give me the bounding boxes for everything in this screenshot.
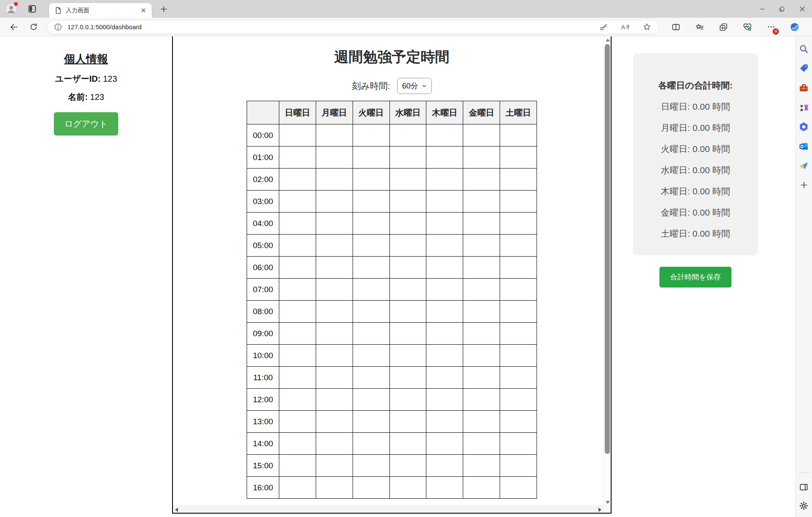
schedule-cell[interactable] (353, 257, 389, 279)
vertical-scrollbar[interactable] (603, 36, 611, 506)
copilot-icon[interactable] (790, 22, 800, 32)
read-aloud-icon[interactable]: A (620, 22, 630, 32)
horizontal-scrollbar[interactable] (173, 506, 603, 513)
schedule-cell[interactable] (463, 323, 500, 345)
collections-icon[interactable] (718, 22, 729, 32)
games-icon[interactable] (798, 102, 809, 113)
schedule-cell[interactable] (353, 124, 389, 147)
schedule-cell[interactable] (426, 323, 463, 345)
schedule-cell[interactable] (389, 389, 426, 411)
schedule-cell[interactable] (279, 411, 316, 433)
scroll-right-arrow-icon[interactable] (598, 508, 601, 512)
schedule-cell[interactable] (426, 213, 463, 235)
site-info-icon[interactable] (54, 23, 62, 31)
schedule-cell[interactable] (316, 147, 353, 169)
schedule-cell[interactable] (316, 411, 353, 433)
schedule-cell[interactable] (426, 345, 463, 367)
profile-avatar[interactable] (6, 3, 17, 15)
schedule-cell[interactable] (389, 455, 426, 477)
minimize-button[interactable] (752, 0, 772, 18)
schedule-cell[interactable] (279, 345, 316, 367)
schedule-cell[interactable] (463, 147, 500, 169)
schedule-cell[interactable] (316, 389, 353, 411)
schedule-cell[interactable] (389, 323, 426, 345)
drop-icon[interactable] (798, 160, 809, 171)
sidebar-toggle-icon[interactable] (798, 481, 809, 492)
schedule-cell[interactable] (463, 213, 500, 235)
schedule-cell[interactable] (426, 257, 463, 279)
schedule-cell[interactable] (316, 455, 353, 477)
schedule-cell[interactable] (279, 147, 316, 169)
schedule-cell[interactable] (463, 477, 500, 499)
schedule-cell[interactable] (353, 213, 389, 235)
schedule-cell[interactable] (389, 433, 426, 455)
schedule-cell[interactable] (353, 477, 389, 499)
schedule-cell[interactable] (279, 455, 316, 477)
schedule-cell[interactable] (353, 323, 389, 345)
schedule-cell[interactable] (353, 301, 389, 323)
schedule-cell[interactable] (463, 279, 500, 301)
schedule-cell[interactable] (353, 279, 389, 301)
schedule-cell[interactable] (426, 191, 463, 213)
schedule-cell[interactable] (279, 169, 316, 191)
toolbox-icon[interactable] (798, 82, 809, 93)
schedule-cell[interactable] (316, 257, 353, 279)
schedule-cell[interactable] (389, 367, 426, 389)
schedule-cell[interactable] (500, 257, 537, 279)
favorite-star-icon[interactable] (642, 22, 652, 32)
schedule-cell[interactable] (426, 433, 463, 455)
schedule-cell[interactable] (463, 124, 500, 147)
outlook-icon[interactable] (798, 141, 809, 152)
schedule-cell[interactable] (389, 345, 426, 367)
schedule-cell[interactable] (389, 279, 426, 301)
schedule-cell[interactable] (500, 301, 537, 323)
schedule-cell[interactable] (463, 235, 500, 257)
schedule-cell[interactable] (426, 301, 463, 323)
browser-essentials-icon[interactable] (742, 22, 752, 32)
schedule-cell[interactable] (353, 389, 389, 411)
schedule-cell[interactable] (279, 389, 316, 411)
schedule-cell[interactable] (500, 147, 537, 169)
schedule-cell[interactable] (426, 147, 463, 169)
back-button[interactable] (7, 20, 21, 34)
schedule-cell[interactable] (279, 323, 316, 345)
schedule-cell[interactable] (316, 301, 353, 323)
schedule-cell[interactable] (500, 455, 537, 477)
schedule-cell[interactable] (500, 169, 537, 191)
schedule-cell[interactable] (426, 389, 463, 411)
schedule-cell[interactable] (389, 411, 426, 433)
schedule-cell[interactable] (389, 169, 426, 191)
schedule-cell[interactable] (389, 147, 426, 169)
schedule-cell[interactable] (353, 191, 389, 213)
schedule-cell[interactable] (500, 323, 537, 345)
schedule-cell[interactable] (500, 279, 537, 301)
schedule-cell[interactable] (500, 345, 537, 367)
password-key-icon[interactable] (598, 22, 609, 32)
schedule-cell[interactable] (353, 169, 389, 191)
schedule-cell[interactable] (426, 169, 463, 191)
save-totals-button[interactable]: 合計時間を保存 (659, 267, 731, 288)
scroll-down-arrow-icon[interactable] (606, 501, 610, 504)
favorites-hub-icon[interactable] (695, 22, 705, 32)
schedule-cell[interactable] (389, 477, 426, 499)
schedule-cell[interactable] (316, 124, 353, 147)
schedule-cell[interactable] (316, 191, 353, 213)
schedule-cell[interactable] (426, 455, 463, 477)
scroll-left-arrow-icon[interactable] (175, 508, 178, 512)
schedule-cell[interactable] (316, 345, 353, 367)
schedule-cell[interactable] (316, 279, 353, 301)
schedule-cell[interactable] (279, 433, 316, 455)
schedule-cell[interactable] (279, 191, 316, 213)
schedule-cell[interactable] (500, 213, 537, 235)
schedule-cell[interactable] (316, 323, 353, 345)
schedule-cell[interactable] (500, 124, 537, 147)
schedule-cell[interactable] (463, 411, 500, 433)
restore-button[interactable] (772, 0, 792, 18)
shopping-tag-icon[interactable] (798, 63, 809, 74)
schedule-cell[interactable] (426, 367, 463, 389)
schedule-cell[interactable] (279, 213, 316, 235)
microsoft365-icon[interactable] (798, 121, 809, 132)
schedule-cell[interactable] (500, 433, 537, 455)
url-text[interactable]: 127.0.0.1:5000/dashboard (67, 23, 142, 30)
close-button[interactable] (792, 0, 812, 18)
